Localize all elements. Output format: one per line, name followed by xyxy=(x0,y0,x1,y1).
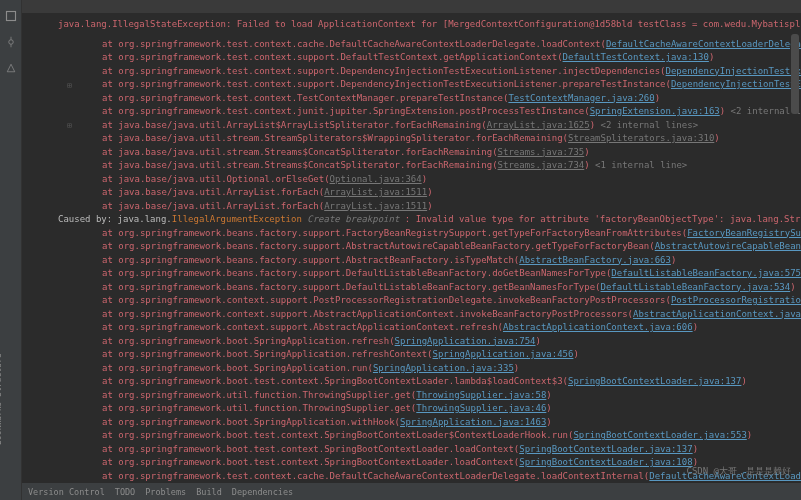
stack-frame-text: at org.springframework.util.function.Thr… xyxy=(102,390,416,400)
source-link[interactable]: SpringBootContextLoader.java:137 xyxy=(568,376,741,386)
source-link[interactable]: DependencyInjectionTestExecutionListener… xyxy=(671,79,801,89)
stack-frame-text: at org.springframework.boot.test.context… xyxy=(102,376,568,386)
stack-frame-text: ) xyxy=(546,403,551,413)
source-link[interactable]: AbstractAutowireCapableBeanFactory.java:… xyxy=(655,241,801,251)
side-vertical-tabs[interactable]: Bookmarks Structure xyxy=(0,353,3,445)
stack-frame-text: at org.springframework.boot.SpringApplic… xyxy=(102,336,395,346)
source-link[interactable]: ArrayList.java:1511 xyxy=(324,201,427,211)
stack-frame-text: at org.springframework.beans.factory.sup… xyxy=(102,228,687,238)
source-link[interactable]: SpringBootContextLoader.java:553 xyxy=(573,430,746,440)
source-link[interactable]: StreamSpliterators.java:310 xyxy=(568,133,714,143)
caused-exception-name: IllegalArgumentException xyxy=(172,214,302,224)
stack-frame-text: at org.springframework.boot.SpringApplic… xyxy=(102,417,400,427)
source-link[interactable]: SpringBootContextLoader.java:137 xyxy=(519,444,692,454)
stack-frame-text: at org.springframework.beans.factory.sup… xyxy=(102,268,611,278)
vc-tab[interactable]: Version Control xyxy=(28,487,105,497)
stack-frame-text: at org.springframework.boot.SpringApplic… xyxy=(102,349,433,359)
stack-frame-text: ) xyxy=(655,93,660,103)
stack-frame-text: at java.base/java.util.Optional.orElseGe… xyxy=(102,174,330,184)
left-tool-gutter xyxy=(0,0,22,500)
stack-frame-text: at java.base/java.util.ArrayList.forEach… xyxy=(102,201,324,211)
stack-frame-text: at org.springframework.util.function.Thr… xyxy=(102,403,416,413)
todo-tab[interactable]: TODO xyxy=(115,487,135,497)
source-link[interactable]: DefaultTestContext.java:130 xyxy=(563,52,709,62)
stack-frame-text: at org.springframework.beans.factory.sup… xyxy=(102,255,519,265)
console-tabbar xyxy=(22,0,801,14)
stack-frame-text: at org.springframework.boot.test.context… xyxy=(102,430,573,440)
source-link[interactable]: DependencyInjectionTestExecutionListener… xyxy=(666,66,801,76)
source-link[interactable]: SpringApplication.java:335 xyxy=(373,363,514,373)
stack-frame-text: at org.springframework.test.context.supp… xyxy=(102,66,666,76)
console-output[interactable]: ⊞ ⊞ java.lang.IllegalStateException: Fai… xyxy=(22,14,801,482)
source-link[interactable]: ArrayList.java:1625 xyxy=(487,120,590,130)
caused-message: : Invalid value type for attribute 'fact… xyxy=(399,214,801,224)
source-link[interactable]: DefaultListableBeanFactory.java:575 xyxy=(611,268,801,278)
stack-frame-text: ) xyxy=(714,133,719,143)
stack-frame-text: ) xyxy=(693,444,698,454)
source-link[interactable]: SpringApplication.java:754 xyxy=(395,336,536,346)
source-link[interactable]: SpringApplication.java:1463 xyxy=(400,417,546,427)
stack-frame-text: ) xyxy=(427,201,432,211)
source-link[interactable]: SpringBootContextLoader.java:108 xyxy=(519,457,692,467)
stack-frame-text: ) xyxy=(546,390,551,400)
stack-frame-text: ) xyxy=(790,282,795,292)
stack-frame-text: at java.base/java.util.stream.StreamSpli… xyxy=(102,133,568,143)
stack-frame-text: at java.base/java.util.stream.Streams$Co… xyxy=(102,147,498,157)
source-link[interactable]: ArrayList.java:1511 xyxy=(324,187,427,197)
bottom-status-bar: Version Control TODO Problems Build Depe… xyxy=(22,482,801,500)
stack-frame-text: at org.springframework.boot.test.context… xyxy=(102,444,519,454)
dependencies-tab[interactable]: Dependencies xyxy=(232,487,293,497)
source-link[interactable]: DefaultCacheAwareContextLoaderDelegate.j… xyxy=(606,39,801,49)
create-breakpoint-link[interactable]: Create breakpoint xyxy=(307,214,399,224)
stack-frame-text: at org.springframework.context.support.A… xyxy=(102,322,503,332)
source-link[interactable]: PostProcessorRegistrationDelegate.java:1… xyxy=(671,295,801,305)
source-link[interactable]: AbstractApplicationContext.java:788 xyxy=(633,309,801,319)
stack-frame-text: at org.springframework.test.context.cach… xyxy=(102,471,649,481)
source-link[interactable]: ThrowingSupplier.java:46 xyxy=(416,403,546,413)
fold-marker[interactable]: ⊞ xyxy=(67,79,72,93)
source-link[interactable]: Streams.java:734 xyxy=(498,160,585,170)
source-link[interactable]: FactoryBeanRegistrySupport.java:86 xyxy=(687,228,801,238)
source-link[interactable]: TestContextManager.java:260 xyxy=(508,93,654,103)
source-link[interactable]: Streams.java:735 xyxy=(498,147,585,157)
source-link[interactable]: Optional.java:364 xyxy=(330,174,422,184)
stack-frame-text: at org.springframework.test.context.supp… xyxy=(102,79,671,89)
svg-point-1 xyxy=(8,40,13,45)
commit-icon[interactable] xyxy=(5,36,17,48)
vertical-scrollbar[interactable] xyxy=(791,34,799,114)
stack-frame-text: ) xyxy=(720,106,731,116)
stack-frame-text: at org.springframework.test.context.Test… xyxy=(102,93,508,103)
watermark-text: CSDN @大哥，是是是赖好 xyxy=(686,465,791,478)
source-link[interactable]: AbstractBeanFactory.java:663 xyxy=(519,255,671,265)
build-tab[interactable]: Build xyxy=(196,487,222,497)
stack-frame-text: ) xyxy=(422,174,427,184)
stack-frame-text: ) xyxy=(741,376,746,386)
stack-frame-text: at java.base/java.util.stream.Streams$Co… xyxy=(102,160,498,170)
stack-frame-text: at org.springframework.test.context.juni… xyxy=(102,106,590,116)
problems-tab[interactable]: Problems xyxy=(145,487,186,497)
stack-frame-text: ) xyxy=(573,349,578,359)
stack-frame-text: ) xyxy=(693,322,698,332)
source-link[interactable]: AbstractApplicationContext.java:606 xyxy=(503,322,693,332)
stack-frame-text: at org.springframework.context.support.P… xyxy=(102,295,671,305)
stack-frame-text: ) xyxy=(709,52,714,62)
build-icon[interactable] xyxy=(5,62,17,74)
internal-lines-note: <1 internal line> xyxy=(595,160,687,170)
project-icon[interactable] xyxy=(5,10,17,22)
stack-frame-text: ) xyxy=(747,430,752,440)
source-link[interactable]: SpringExtension.java:163 xyxy=(590,106,720,116)
caused-by-prefix: Caused by: java.lang. xyxy=(58,214,172,224)
stack-frame-text: ) xyxy=(584,160,595,170)
main-area: ⊞ ⊞ java.lang.IllegalStateException: Fai… xyxy=(22,0,801,500)
exception-header: java.lang.IllegalStateException: Failed … xyxy=(58,19,801,29)
source-link[interactable]: ThrowingSupplier.java:58 xyxy=(416,390,546,400)
stack-frame-text: ) xyxy=(427,187,432,197)
fold-marker[interactable]: ⊞ xyxy=(67,119,72,133)
source-link[interactable]: SpringApplication.java:456 xyxy=(433,349,574,359)
stack-frame-text: at org.springframework.beans.factory.sup… xyxy=(102,241,655,251)
source-link[interactable]: DefaultListableBeanFactory.java:534 xyxy=(601,282,791,292)
stack-frame-text: at org.springframework.beans.factory.sup… xyxy=(102,282,601,292)
stack-frame-text: at org.springframework.context.support.A… xyxy=(102,309,633,319)
internal-lines-note: <2 internal lines> xyxy=(601,120,699,130)
stack-frame-text: at org.springframework.boot.test.context… xyxy=(102,457,519,467)
